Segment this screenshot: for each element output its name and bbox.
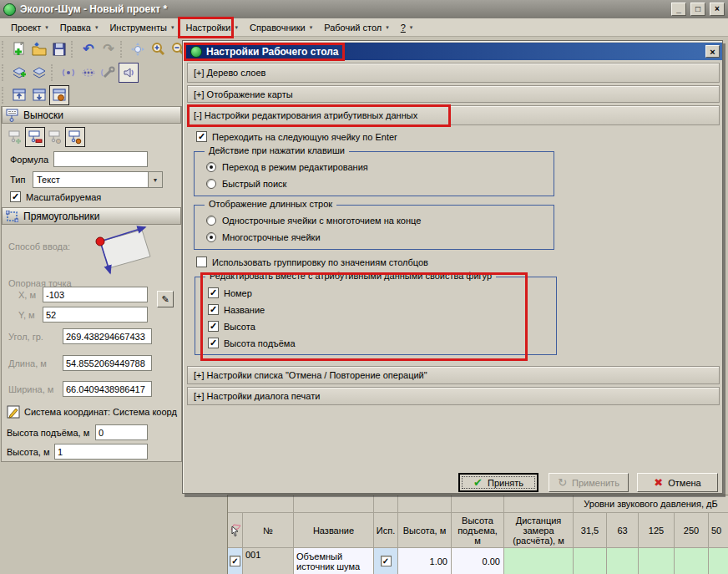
rectangles-section-header[interactable]: Прямоугольники	[2, 207, 181, 225]
type-select[interactable]: Текст ▼	[33, 171, 163, 188]
row-name-cell[interactable]: Объемный источник шума	[294, 548, 374, 574]
column-header-31-5[interactable]: 31,5	[574, 513, 607, 548]
column-header-lift[interactable]: Высота подъема, м	[452, 513, 504, 548]
y-input[interactable]	[43, 307, 148, 323]
row-num-cell[interactable]: 001	[243, 548, 294, 574]
height-checkbox[interactable]: ✓ Высота	[208, 321, 255, 332]
delete-callout-button[interactable]	[25, 127, 45, 147]
row-63-cell[interactable]	[607, 548, 639, 574]
section-map-display[interactable]: [+] Отображение карты	[187, 85, 720, 103]
add-layer-button[interactable]	[9, 63, 29, 83]
minimize-button[interactable]: _	[671, 3, 686, 16]
used-checkbox[interactable]: ✓	[381, 556, 392, 566]
panel-properties-button[interactable]	[49, 85, 69, 105]
angle-input[interactable]	[63, 328, 152, 344]
noise-source-button[interactable]	[119, 63, 139, 83]
section-undo-list[interactable]: [+] Настройки списка "Отмена / Повторени…	[187, 366, 720, 384]
callout-gray-icon	[48, 130, 63, 145]
checkbox-icon: ✓	[196, 131, 207, 142]
multi-line-radio[interactable]: Многострочные ячейки	[206, 232, 321, 242]
menu-desktop[interactable]: Рабочий стол▾	[318, 20, 395, 35]
column-header-num[interactable]: №	[243, 513, 294, 548]
selector-column-header[interactable]	[228, 513, 243, 548]
lift-height-checkbox[interactable]: ✓ Высота подъёма	[208, 338, 296, 348]
dropdown-arrow-icon[interactable]: ▼	[148, 172, 162, 187]
column-header-125[interactable]: 125	[639, 513, 675, 548]
undo-button[interactable]: ↶	[78, 39, 99, 59]
column-header-height[interactable]: Высота, м	[398, 513, 452, 548]
menu-edit[interactable]: Правка▾	[54, 20, 104, 35]
menu-tools[interactable]: Инструменты▾	[104, 20, 179, 35]
radio-off-icon	[206, 179, 216, 189]
lift-height-input[interactable]	[95, 424, 148, 440]
area-source-button[interactable]	[78, 63, 99, 83]
callouts-section-header[interactable]: Выноски	[2, 106, 181, 124]
accept-button[interactable]: ✔ Принять	[458, 473, 538, 492]
dialog-close-button[interactable]: ×	[705, 45, 720, 58]
save-project-button[interactable]	[49, 39, 69, 59]
section-print-dialog[interactable]: [+] Настройки диалога печати	[187, 387, 720, 405]
column-header-distance[interactable]: Дистанция замера (расчёта), м	[504, 513, 574, 548]
row-checkbox[interactable]: ✓	[230, 556, 240, 566]
height-input[interactable]	[54, 444, 148, 460]
length-input[interactable]	[63, 355, 152, 371]
row-250-cell[interactable]	[675, 548, 709, 574]
zoom-in-button[interactable]	[148, 39, 168, 59]
toolbar-separator	[71, 41, 77, 58]
pan-button[interactable]	[128, 39, 148, 59]
maximize-button[interactable]: □	[690, 3, 705, 16]
quick-search-radio[interactable]: Быстрый поиск	[206, 179, 286, 189]
close-button[interactable]: ×	[710, 3, 725, 16]
grid-top-cell	[294, 495, 374, 513]
tool-source-button[interactable]	[99, 63, 119, 83]
layers-button[interactable]	[29, 63, 49, 83]
scalable-checkbox[interactable]: ✓ Масштабируемая	[10, 191, 101, 202]
cancel-button[interactable]: ✖ Отмена	[637, 473, 718, 492]
add-callout-button[interactable]	[5, 127, 25, 147]
number-checkbox[interactable]: ✓ Номер	[208, 287, 252, 298]
x-input[interactable]	[43, 287, 148, 302]
chevron-down-icon: ▾	[171, 24, 174, 31]
row-125-cell[interactable]	[639, 548, 675, 574]
redo-button[interactable]: ↷	[99, 39, 119, 59]
menu-help[interactable]: ?▾	[395, 20, 419, 35]
column-header-250[interactable]: 250	[675, 513, 709, 548]
point-source-button[interactable]	[58, 63, 78, 83]
single-line-radio[interactable]: Однострочные ячейки с многоточием на кон…	[206, 216, 421, 226]
formula-input[interactable]	[53, 151, 148, 167]
row-used-cell[interactable]: ✓	[374, 548, 398, 574]
panel-up-button[interactable]	[9, 85, 29, 105]
row-31-5-cell[interactable]	[574, 548, 607, 574]
column-header-used[interactable]: Исп.	[374, 513, 398, 548]
new-project-button[interactable]	[9, 39, 29, 59]
edit-mode-radio[interactable]: Переход в режим редактирования	[206, 162, 368, 172]
x-label: X, м	[18, 290, 36, 300]
apply-icon: ↻	[558, 476, 567, 489]
apply-button[interactable]: ↻ Применить	[549, 473, 629, 492]
column-header-500[interactable]: 50	[709, 513, 728, 548]
name-checkbox[interactable]: ✓ Название	[208, 304, 265, 315]
open-project-button[interactable]	[29, 39, 49, 59]
menu-settings[interactable]: Настройки▾	[180, 20, 244, 35]
section-layer-tree[interactable]: [+] Дерево слоев	[187, 63, 720, 83]
checkbox-icon: ✓	[208, 321, 219, 332]
coordinate-system-row[interactable]: Система координат: Система коорд	[7, 405, 180, 419]
row-distance-cell[interactable]	[504, 548, 574, 574]
row-height-cell[interactable]: 1.00	[398, 548, 452, 574]
grouping-checkbox[interactable]: Использовать группировку по значениям ст…	[196, 257, 428, 267]
column-header-63[interactable]: 63	[607, 513, 639, 548]
column-header-name[interactable]: Название	[294, 513, 374, 548]
menu-references[interactable]: Справочники▾	[244, 20, 318, 35]
callout-style-button[interactable]	[65, 127, 85, 147]
panel-down-button[interactable]	[29, 85, 49, 105]
width-input[interactable]	[63, 381, 152, 397]
row-lift-cell[interactable]: 0.00	[452, 548, 504, 574]
row-selector-cell[interactable]: ✓	[228, 548, 243, 574]
pick-point-button[interactable]: ✎	[157, 291, 174, 307]
menu-project[interactable]: Проект▾	[5, 20, 54, 35]
section-attribute-editing[interactable]: [-] Настройки редактирования атрибутивны…	[187, 105, 720, 125]
edit-callout-button[interactable]	[45, 127, 65, 147]
next-cell-on-enter-checkbox[interactable]: ✓ Переходить на следующую ячейку по Ente…	[196, 131, 397, 142]
key-action-group-title: Действие при нажатии клавиши	[205, 145, 349, 155]
row-500-cell[interactable]	[709, 548, 728, 574]
